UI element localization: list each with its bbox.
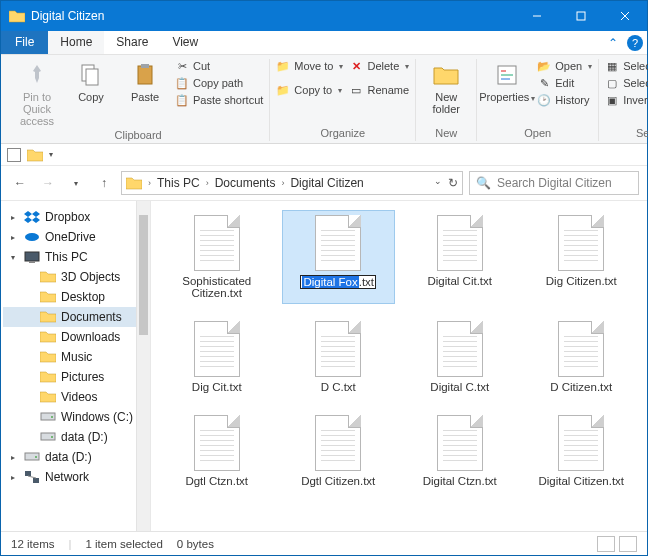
file-item[interactable]: Dgtl Ctzn.txt (161, 411, 273, 491)
search-icon: 🔍 (476, 176, 491, 190)
file-item[interactable]: D C.txt (283, 317, 395, 397)
address-bar[interactable]: › This PC› Documents› Digital Citizen ⌄ … (121, 171, 463, 195)
svg-rect-17 (41, 433, 55, 440)
select-none-button[interactable]: ▢Select none (605, 76, 648, 90)
view-details-button[interactable] (597, 536, 615, 552)
svg-line-23 (28, 476, 36, 478)
file-item[interactable]: Sophisticated Citizen.txt (161, 211, 273, 303)
file-label: Digital Ctzn.txt (423, 475, 497, 487)
svg-rect-7 (141, 64, 149, 68)
tree-item[interactable]: ▾This PC (3, 247, 148, 267)
file-item[interactable]: Dig Cit.txt (161, 317, 273, 397)
tree-label: This PC (45, 250, 88, 264)
forward-button[interactable]: → (37, 172, 59, 194)
new-folder-icon (432, 61, 460, 89)
rename-input[interactable]: Digital Fox.txt (300, 275, 376, 289)
tree-twisty[interactable]: ▸ (11, 233, 19, 242)
open-button[interactable]: 📂Open▾ (537, 59, 592, 73)
breadcrumb-segment[interactable]: Documents (215, 176, 276, 190)
view-icons-button[interactable] (619, 536, 637, 552)
tab-file[interactable]: File (1, 31, 48, 54)
tree-item[interactable]: data (D:) (3, 427, 148, 447)
tab-share[interactable]: Share (104, 31, 160, 54)
properties-button[interactable]: Properties▾ (483, 59, 531, 105)
tree-item[interactable]: Videos (3, 387, 148, 407)
ribbon-group-new: New folder New (416, 59, 477, 141)
edit-button[interactable]: ✎Edit (537, 76, 592, 90)
maximize-button[interactable] (559, 1, 603, 31)
file-item[interactable]: Dgtl Citizen.txt (283, 411, 395, 491)
refresh-button[interactable]: ↻ (448, 176, 458, 190)
address-dropdown[interactable]: ⌄ (434, 176, 442, 190)
document-icon (558, 215, 604, 271)
paste-icon (131, 61, 159, 89)
scrollbar[interactable] (136, 201, 150, 531)
cut-button[interactable]: ✂Cut (175, 59, 263, 73)
file-label: Digital C.txt (430, 381, 489, 393)
history-icon: 🕑 (537, 93, 551, 107)
up-button[interactable]: ↑ (93, 172, 115, 194)
breadcrumb-segment[interactable]: Digital Citizen (290, 176, 363, 190)
tree-item[interactable]: Desktop (3, 287, 148, 307)
file-item[interactable]: Digital Ctzn.txt (404, 411, 516, 491)
window-title: Digital Citizen (31, 9, 515, 23)
move-to-button[interactable]: 📁Move to▾ (276, 59, 343, 73)
drive-icon (40, 410, 56, 424)
back-button[interactable]: ← (9, 172, 31, 194)
close-button[interactable] (603, 1, 647, 31)
tree-item[interactable]: ▸Dropbox (3, 207, 148, 227)
select-all-checkbox[interactable] (7, 148, 21, 162)
invert-selection-button[interactable]: ▣Invert selection (605, 93, 648, 107)
copy-path-button[interactable]: 📋Copy path (175, 76, 263, 90)
tree-item[interactable]: ▸Network (3, 467, 148, 487)
tab-view[interactable]: View (160, 31, 210, 54)
tree-twisty[interactable]: ▸ (11, 213, 19, 222)
tree-label: Desktop (61, 290, 105, 304)
copy-to-button[interactable]: 📁Copy to▾ (276, 83, 343, 97)
document-icon (437, 215, 483, 271)
select-all-button[interactable]: ▦Select all (605, 59, 648, 73)
tab-home[interactable]: Home (48, 31, 104, 54)
pin-button[interactable]: Pin to Quick access (13, 59, 61, 127)
scrollbar-thumb[interactable] (139, 215, 148, 335)
tree-item[interactable]: Music (3, 347, 148, 367)
file-item[interactable]: Dig Citizen.txt (526, 211, 638, 303)
tree-item[interactable]: ▸OneDrive (3, 227, 148, 247)
collapse-ribbon-button[interactable]: ⌃ (603, 31, 623, 54)
tree-label: Pictures (61, 370, 104, 384)
history-button[interactable]: 🕑History (537, 93, 592, 107)
ribbon: Pin to Quick access Copy Paste ✂Cut 📋Cop… (1, 55, 647, 144)
copy-button[interactable]: Copy (67, 59, 115, 103)
tree-item[interactable]: Documents (3, 307, 148, 327)
new-folder-button[interactable]: New folder (422, 59, 470, 115)
rename-button[interactable]: ▭Rename (349, 83, 409, 97)
file-item[interactable]: Digital Fox.txt (283, 211, 395, 303)
file-item[interactable]: Digital Citizen.txt (526, 411, 638, 491)
paste-button[interactable]: Paste (121, 59, 169, 103)
breadcrumb-segment[interactable]: This PC (157, 176, 200, 190)
tree-twisty[interactable]: ▸ (11, 453, 19, 462)
ribbon-group-organize: 📁Move to▾ 📁Copy to▾ ✕Delete▾ ▭Rename Org… (270, 59, 416, 141)
tree-item[interactable]: 3D Objects (3, 267, 148, 287)
delete-button[interactable]: ✕Delete▾ (349, 59, 409, 73)
file-item[interactable]: Digital C.txt (404, 317, 516, 397)
recent-dropdown[interactable]: ▾ (65, 172, 87, 194)
tree-twisty[interactable]: ▸ (11, 473, 19, 482)
tree-item[interactable]: Windows (C:) (3, 407, 148, 427)
status-selected: 1 item selected (85, 538, 162, 550)
properties-icon (493, 61, 521, 89)
help-button[interactable]: ? (623, 31, 647, 54)
tree-item[interactable]: Pictures (3, 367, 148, 387)
minimize-button[interactable] (515, 1, 559, 31)
file-item[interactable]: D Citizen.txt (526, 317, 638, 397)
tree-item[interactable]: ▸data (D:) (3, 447, 148, 467)
tree-item[interactable]: Downloads (3, 327, 148, 347)
tree-twisty[interactable]: ▾ (11, 253, 19, 262)
file-pane[interactable]: Sophisticated Citizen.txtDigital Fox.txt… (151, 201, 647, 531)
paste-shortcut-button[interactable]: 📋Paste shortcut (175, 93, 263, 107)
folder-icon (40, 390, 56, 404)
folder-icon (40, 350, 56, 364)
tree-label: Music (61, 350, 92, 364)
search-box[interactable]: 🔍 Search Digital Citizen (469, 171, 639, 195)
file-item[interactable]: Digital Cit.txt (404, 211, 516, 303)
